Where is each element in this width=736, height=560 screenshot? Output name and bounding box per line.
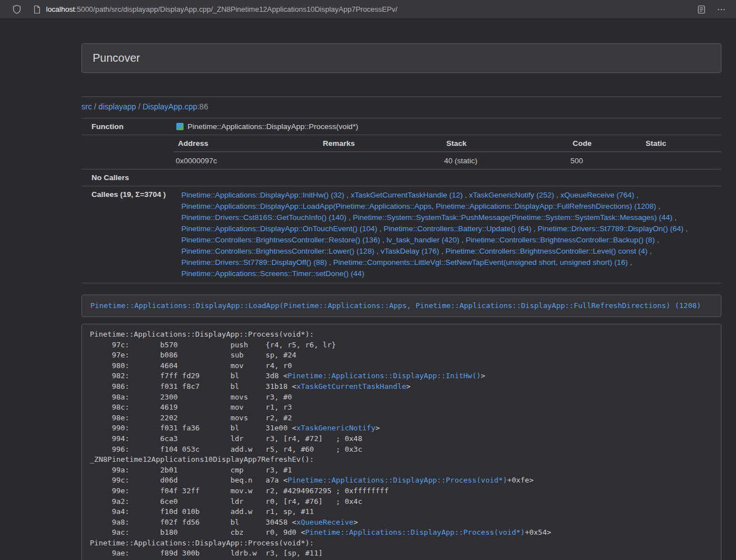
callee-link[interactable]: Pinetime::Applications::DisplayApp::Load… bbox=[181, 202, 656, 210]
disasm-symbol-link[interactable]: Pinetime::Applications::DisplayApp::Init… bbox=[287, 371, 481, 380]
toolbar-right-icons: ⋯ bbox=[697, 5, 736, 14]
breadcrumb-link[interactable]: displayapp bbox=[98, 102, 136, 111]
breadcrumb-separator: / bbox=[92, 102, 99, 111]
callee-link[interactable]: Pinetime::Drivers::St7789::DisplayOff() … bbox=[181, 258, 327, 267]
callee-separator: , bbox=[656, 202, 661, 210]
stats-header-code: Code bbox=[568, 135, 641, 152]
stats-value-row: 0x0000097c40 (static)500 bbox=[173, 152, 721, 169]
callee-separator: , bbox=[380, 236, 386, 244]
callee-link[interactable]: Pinetime::Applications::DisplayApp::Init… bbox=[181, 191, 344, 199]
disassembly-panel: Pinetime::Applications::DisplayApp::Proc… bbox=[81, 324, 721, 560]
stats-row-spacer bbox=[81, 135, 169, 169]
callee-link[interactable]: Pinetime::Controllers::BrightnessControl… bbox=[466, 236, 655, 244]
stats-value bbox=[641, 152, 721, 169]
disasm-symbol-link[interactable]: Pinetime::Applications::DisplayApp::Proc… bbox=[287, 476, 507, 484]
stats-value bbox=[318, 152, 442, 169]
callee-separator: , bbox=[344, 191, 350, 199]
callee-separator: , bbox=[327, 258, 333, 267]
callees-cell: Pinetime::Applications::DisplayApp::Init… bbox=[169, 186, 721, 283]
stats-header-remarks: Remarks bbox=[318, 135, 442, 152]
stats-value: 500 bbox=[568, 152, 641, 169]
stats-table: AddressRemarksStackCodeStatic 0x0000097c… bbox=[173, 135, 721, 169]
stats-row: AddressRemarksStackCodeStatic 0x0000097c… bbox=[81, 135, 721, 169]
stats-header-static: Static bbox=[641, 135, 721, 152]
function-name-cell: Pinetime::Applications::DisplayApp::Proc… bbox=[169, 118, 721, 135]
disasm-symbol-link[interactable]: Pinetime::Applications::DisplayApp::Proc… bbox=[305, 528, 525, 536]
breadcrumb-link[interactable]: src bbox=[81, 102, 92, 111]
callee-separator: , bbox=[459, 236, 465, 244]
stats-header-row: AddressRemarksStackCodeStatic bbox=[173, 135, 721, 152]
no-callers-cell bbox=[169, 169, 721, 186]
divider bbox=[81, 97, 721, 97]
callee-link[interactable]: xTaskGenericNotify (252) bbox=[469, 191, 555, 199]
callee-link[interactable]: Pinetime::Applications::Screens::Timer::… bbox=[181, 269, 364, 278]
url-path: :5000/path/src/displayapp/DisplayApp.cpp… bbox=[75, 5, 397, 13]
disassembly-code: Pinetime::Applications::DisplayApp::Proc… bbox=[90, 329, 713, 560]
callee-link[interactable]: Pinetime::Components::LittleVgl::SetNewT… bbox=[333, 258, 628, 267]
no-callers-row: No Callers bbox=[81, 169, 721, 186]
stats-value: 40 (static) bbox=[442, 152, 568, 169]
callee-separator: , bbox=[683, 224, 688, 233]
callee-separator: , bbox=[554, 191, 560, 199]
url-bar[interactable]: localhost:5000/path/src/displayapp/Displ… bbox=[46, 5, 397, 13]
callee-separator: , bbox=[634, 191, 639, 199]
page-title-panel: Puncover bbox=[81, 43, 721, 73]
callee-link[interactable]: Pinetime::Controllers::BrightnessControl… bbox=[181, 236, 380, 244]
callee-link[interactable]: vTaskDelay (176) bbox=[381, 247, 439, 255]
breadcrumb-link[interactable]: DisplayApp.cpp bbox=[143, 102, 197, 111]
callee-link[interactable]: Pinetime::Controllers::BrightnessControl… bbox=[181, 247, 374, 255]
callee-separator: , bbox=[628, 258, 632, 267]
callee-link[interactable]: Pinetime::Applications::DisplayApp::OnTo… bbox=[181, 224, 377, 233]
callees-list: Pinetime::Applications::DisplayApp::Init… bbox=[181, 191, 688, 278]
callee-separator: , bbox=[346, 213, 353, 222]
breadcrumb-line-number: :86 bbox=[197, 102, 208, 111]
callee-separator: , bbox=[439, 247, 445, 255]
callee-link[interactable]: Pinetime::Drivers::Cst816S::GetTouchInfo… bbox=[181, 213, 346, 222]
callee-separator: , bbox=[673, 213, 677, 222]
callee-separator: , bbox=[648, 247, 652, 255]
highlighted-symbol-link[interactable]: Pinetime::Applications::DisplayApp::Load… bbox=[90, 301, 701, 310]
breadcrumb: src / displayapp / DisplayApp.cpp:86 bbox=[81, 101, 721, 112]
callees-row: Callees (19, Σ=3704 ) Pinetime::Applicat… bbox=[81, 186, 721, 283]
highlighted-symbol-panel: Pinetime::Applications::DisplayApp::Load… bbox=[81, 295, 721, 317]
reader-view-icon[interactable] bbox=[697, 5, 706, 14]
function-table: Function Pinetime::Applications::Display… bbox=[81, 118, 721, 283]
callees-label: Callees (19, Σ=3704 ) bbox=[81, 186, 169, 283]
menu-icon[interactable]: ⋯ bbox=[717, 5, 726, 13]
callee-link[interactable]: xTaskGetCurrentTaskHandle (12) bbox=[351, 191, 463, 199]
page-container: Puncover src / displayapp / DisplayApp.c… bbox=[81, 43, 721, 560]
callee-link[interactable]: Pinetime::Controllers::Battery::Update()… bbox=[383, 224, 531, 233]
disasm-symbol-link[interactable]: xQueueReceive bbox=[296, 518, 354, 526]
callee-link[interactable]: Pinetime::Drivers::St7789::DisplayOn() (… bbox=[538, 224, 684, 233]
stats-header-address: Address bbox=[173, 135, 318, 152]
callee-link[interactable]: lv_task_handler (420) bbox=[386, 236, 459, 244]
no-callers-label: No Callers bbox=[81, 169, 169, 186]
browser-toolbar: localhost:5000/path/src/displayapp/Displ… bbox=[0, 0, 736, 19]
stats-header-stack: Stack bbox=[442, 135, 568, 152]
callee-separator: , bbox=[532, 224, 538, 233]
breadcrumb-separator: / bbox=[136, 102, 143, 111]
symbol-type-icon bbox=[176, 123, 184, 130]
callee-link[interactable]: xQueueReceive (764) bbox=[560, 191, 634, 199]
callee-separator: , bbox=[374, 247, 381, 255]
disasm-symbol-link[interactable]: xTaskGenericNotify bbox=[296, 424, 376, 432]
function-row-label: Function bbox=[81, 118, 169, 135]
function-row: Function Pinetime::Applications::Display… bbox=[81, 118, 721, 135]
disasm-symbol-link[interactable]: xTaskGetCurrentTaskHandle bbox=[296, 382, 406, 391]
function-name: Pinetime::Applications::DisplayApp::Proc… bbox=[188, 122, 358, 131]
stats-value: 0x0000097c bbox=[173, 152, 318, 169]
page-identity-icon[interactable] bbox=[33, 5, 41, 14]
page-title: Puncover bbox=[93, 52, 710, 65]
url-host: localhost bbox=[46, 5, 75, 13]
stats-cell: AddressRemarksStackCodeStatic 0x0000097c… bbox=[169, 135, 721, 169]
tracking-protection-shield-icon[interactable] bbox=[12, 4, 21, 14]
callee-separator: , bbox=[377, 224, 383, 233]
callee-separator: , bbox=[655, 236, 659, 244]
callee-link[interactable]: Pinetime::System::SystemTask::PushMessag… bbox=[353, 213, 672, 222]
callee-link[interactable]: Pinetime::Controllers::BrightnessControl… bbox=[445, 247, 647, 255]
callee-separator: , bbox=[463, 191, 469, 199]
